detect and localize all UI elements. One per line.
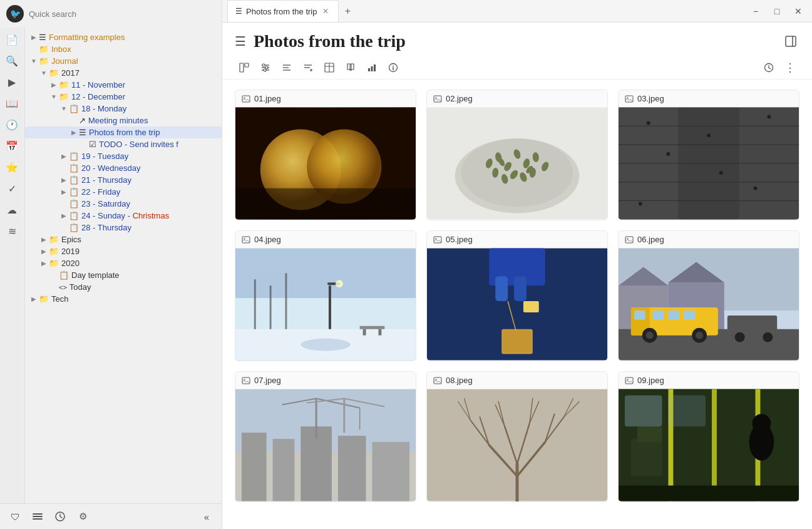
sidebar-item-22friday[interactable]: ▶ 📋 22 - Friday — [25, 186, 222, 198]
info-btn[interactable] — [384, 59, 403, 76]
sidebar-item-label: 2020 — [61, 259, 218, 268]
filename: 01.jpeg — [254, 94, 281, 103]
nav-cloud[interactable]: ☁ — [3, 200, 21, 219]
close-btn[interactable]: ✕ — [789, 3, 807, 20]
settings-btn[interactable]: ⚙ — [74, 508, 91, 525]
image-icon — [242, 95, 250, 103]
svg-rect-83 — [285, 273, 287, 329]
sidebar-item-today[interactable]: <> Today — [25, 281, 222, 293]
layers-btn[interactable] — [29, 508, 46, 525]
gallery-label: 01.jpeg — [235, 90, 416, 107]
tab-close-btn[interactable]: ✕ — [321, 6, 331, 16]
minimize-btn[interactable]: − — [747, 3, 764, 20]
svg-rect-171 — [619, 486, 799, 501]
chart-btn[interactable] — [362, 59, 381, 76]
svg-rect-166 — [637, 426, 662, 442]
nav-search[interactable]: 🔍 — [3, 51, 21, 70]
nav-document[interactable]: 📄 — [3, 30, 21, 49]
gallery-item-04[interactable]: 04.jpeg — [235, 230, 416, 361]
image-icon — [625, 376, 634, 385]
sidebar-item-november[interactable]: ▶ 📁 11 - November — [25, 79, 222, 91]
sidebar-item-18monday[interactable]: ▼ 📋 18 - Monday — [25, 103, 222, 115]
gallery-image-09 — [619, 389, 799, 501]
gallery-label: 04.jpeg — [235, 231, 416, 248]
gallery-item-09[interactable]: 09.jpeg — [618, 371, 799, 502]
search-input[interactable] — [29, 9, 215, 19]
shield-icon[interactable]: 🛡 — [6, 508, 24, 525]
align-plus-btn[interactable] — [299, 59, 317, 76]
logo-icon: 🐦 — [10, 9, 21, 19]
sidebar-item-inbox[interactable]: 📁 Inbox — [25, 43, 222, 55]
gallery-item-06[interactable]: 06.jpeg — [618, 230, 799, 361]
gallery-item-05[interactable]: 05.jpeg — [426, 230, 608, 361]
sliders-btn[interactable] — [256, 59, 275, 76]
sidebar-item-tech[interactable]: ▶ 📁 Tech — [25, 293, 222, 305]
arrow-icon: ▶ — [59, 153, 69, 160]
sidebar-item-28thursday[interactable]: 📋 28 - Thursday — [25, 222, 222, 234]
nav-star[interactable]: ⭐ — [3, 158, 21, 177]
sidebar-item-formatting[interactable]: ▶ ☰ Formatting examples — [25, 31, 222, 43]
image-icon — [242, 235, 250, 244]
sidebar-item-photos[interactable]: ▶ ☰ Photos from the trip — [25, 126, 222, 138]
sidebar-item-meeting[interactable]: ↗ Meeting minutes — [25, 115, 222, 126]
book-btn[interactable] — [341, 59, 360, 76]
nav-send[interactable]: ▶ — [3, 73, 21, 91]
sidebar-item-label: Journal — [51, 56, 218, 66]
table-btn[interactable] — [320, 59, 339, 76]
nav-clock[interactable]: 🕐 — [3, 115, 21, 134]
filename: 09.jpeg — [637, 376, 664, 385]
sidebar-item-december[interactable]: ▼ 📁 12 - December — [25, 91, 222, 103]
filename: 04.jpeg — [254, 235, 281, 244]
sidebar-item-2019[interactable]: ▶ 📁 2019 — [25, 245, 222, 257]
sidebar-item-epics[interactable]: ▶ 📁 Epics — [25, 234, 222, 245]
gallery-item-07[interactable]: 07.jpeg — [235, 371, 416, 502]
calendar-icon: 📋 — [69, 152, 79, 161]
nav-layers[interactable]: ≋ — [3, 222, 21, 240]
sidebar-item-journal[interactable]: ▼ 📁 Journal — [25, 55, 222, 67]
align-left-btn[interactable] — [277, 59, 296, 76]
sidebar-item-day-template[interactable]: 📋 Day template — [25, 269, 222, 281]
gallery-item-03[interactable]: 03.jpeg — [618, 90, 799, 220]
gallery-image-05 — [427, 248, 607, 361]
folder-icon: 📁 — [49, 247, 59, 256]
header-right — [782, 33, 799, 50]
panel-toggle-btn[interactable] — [782, 33, 799, 50]
sidebar-item-23saturday[interactable]: 📋 23 - Saturday — [25, 198, 222, 210]
arrow-icon: ▶ — [59, 188, 69, 195]
more-options-btn[interactable]: ⋮ — [781, 59, 799, 76]
layout-btn[interactable] — [235, 59, 254, 76]
svg-rect-130 — [372, 442, 409, 501]
image-icon — [625, 95, 634, 103]
gallery-item-01[interactable]: 01.jpeg — [235, 90, 416, 220]
circle-btn[interactable] — [51, 508, 69, 525]
sidebar-item-19tuesday[interactable]: ▶ 📋 19 - Tuesday — [25, 150, 222, 162]
gallery-item-02[interactable]: 02.jpeg — [426, 90, 608, 220]
gallery-label: 06.jpeg — [619, 231, 799, 248]
sidebar-item-2020[interactable]: ▶ 📁 2020 — [25, 257, 222, 269]
sidebar-item-todo[interactable]: ☑ TODO - Send invites f — [25, 138, 222, 150]
active-tab[interactable]: ☰ Photos from the trip ✕ — [227, 0, 339, 22]
svg-rect-81 — [254, 279, 256, 329]
folder-icon: 📁 — [49, 259, 59, 268]
gallery-item-08[interactable]: 08.jpeg — [426, 371, 608, 502]
sidebar-item-21thursday[interactable]: ▶ 📋 21 - Thursday — [25, 174, 222, 186]
nav-book[interactable]: 📖 — [3, 94, 21, 113]
arrow-icon: ▶ — [49, 81, 59, 88]
svg-rect-7 — [245, 63, 249, 67]
nav-calendar[interactable]: 📅 — [3, 136, 21, 155]
nav-check[interactable]: ✓ — [3, 179, 21, 198]
sidebar-item-20wednesday[interactable]: 📋 20 - Wednesday — [25, 162, 222, 174]
svg-rect-127 — [273, 439, 295, 501]
sidebar-item-label: 2019 — [61, 247, 218, 256]
sidebar-item-2017[interactable]: ▼ 📁 2017 — [25, 67, 222, 79]
new-tab-btn[interactable]: + — [339, 3, 356, 20]
history-btn[interactable] — [759, 59, 778, 76]
maximize-btn[interactable]: □ — [768, 3, 786, 20]
calendar-icon: 📋 — [59, 270, 69, 280]
collapse-btn[interactable]: « — [198, 508, 215, 525]
sidebar-item-label: 20 - Wednesday — [81, 163, 218, 173]
sidebar-item-24sunday[interactable]: ▶ 📋 24 - Sunday - Christmas — [25, 210, 222, 222]
svg-point-11 — [262, 64, 265, 66]
arrow-icon: ▼ — [39, 69, 49, 76]
svg-point-120 — [735, 332, 745, 342]
